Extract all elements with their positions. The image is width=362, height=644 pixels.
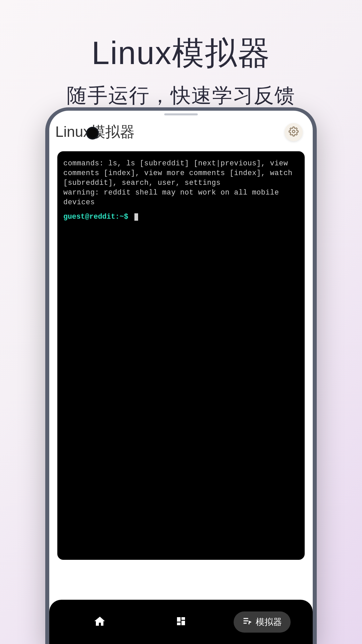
svg-rect-4 (177, 623, 181, 625)
nav-emulator[interactable]: 模拟器 (222, 610, 303, 634)
grid-icon (176, 616, 186, 628)
svg-rect-3 (181, 621, 185, 625)
svg-rect-2 (181, 617, 185, 620)
nav-home[interactable] (59, 610, 140, 634)
nav-emulator-pill: 模拟器 (234, 611, 291, 633)
terminal-warning-text: warning: reddit shell may not work on al… (63, 188, 299, 207)
terminal-cursor (134, 213, 138, 221)
bottom-nav: 模拟器 (49, 600, 313, 644)
nav-emulator-label: 模拟器 (256, 616, 282, 628)
terminal-help-text: commands: ls, ls [subreddit] [next|previ… (63, 159, 299, 188)
nav-dashboard[interactable] (140, 610, 222, 634)
phone-speaker (164, 113, 198, 115)
svg-rect-1 (177, 617, 181, 622)
home-icon (94, 615, 106, 629)
hero-title: Linux模拟器 (0, 32, 362, 75)
phone-frame: Linux模拟器 commands: ls, ls [subreddit] [n… (45, 107, 317, 644)
gear-icon (289, 126, 299, 138)
terminal-window[interactable]: commands: ls, ls [subreddit] [next|previ… (57, 151, 305, 560)
hero-section: Linux模拟器 随手运行，快速学习反馈 (0, 0, 362, 109)
svg-point-0 (292, 130, 295, 133)
phone-camera (86, 127, 99, 140)
terminal-prompt-line: guest@reddit:~$ (63, 212, 299, 222)
terminal-prompt: guest@reddit:~$ (63, 213, 128, 221)
settings-button[interactable] (285, 123, 303, 141)
phone-screen: Linux模拟器 commands: ls, ls [subreddit] [n… (49, 111, 313, 644)
hero-subtitle: 随手运行，快速学习反馈 (0, 82, 362, 109)
emulator-icon (242, 616, 252, 628)
